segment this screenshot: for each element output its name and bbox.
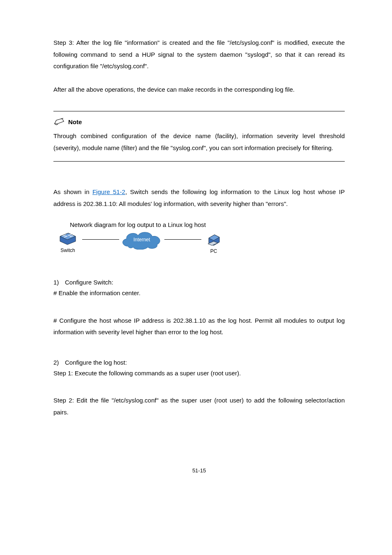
list-text: Configure Switch: — [65, 279, 113, 286]
pc-label: PC — [210, 248, 217, 254]
figure-link[interactable]: Figure 51-2 — [92, 188, 125, 195]
step-1: 1)Configure Switch: — [53, 279, 345, 286]
list-text: Configure the log host: — [65, 359, 127, 366]
step-2-sub: Step 1: Execute the following commands a… — [53, 368, 345, 379]
paragraph-network-req: As shown in Figure 51-2, Switch sends th… — [53, 186, 345, 210]
cloud-label: Internet — [134, 236, 150, 242]
paragraph-edit-syslog: Step 2: Edit the file "/etc/syslog.conf"… — [53, 395, 345, 418]
note-icon — [53, 117, 65, 126]
switch-icon — [58, 231, 77, 247]
network-diagram: Switch Internet PC — [53, 231, 345, 254]
figure-caption: Network diagram for log output to a Linu… — [70, 221, 345, 228]
pc-icon — [205, 231, 222, 248]
step-2: 2)Configure the log host: — [53, 359, 345, 366]
note-title: Note — [68, 118, 82, 125]
note-box: Note Through combined configuration of t… — [53, 111, 345, 162]
page-number: 51-15 — [53, 467, 345, 474]
paragraph-after-ops: After all the above operations, the devi… — [53, 84, 345, 96]
list-number: 2) — [53, 359, 65, 366]
switch-label: Switch — [60, 247, 75, 253]
list-number: 1) — [53, 279, 65, 286]
step-1-sub: # Enable the information center. — [53, 287, 345, 299]
connector-line — [164, 239, 201, 240]
paragraph-step3: Step 3: After the log file "information"… — [53, 37, 345, 72]
connector-line — [82, 239, 119, 240]
paragraph-config-host: # Configure the host whose IP address is… — [53, 315, 345, 338]
internet-cloud: Internet — [119, 230, 164, 250]
text-prefix: As shown in — [53, 188, 92, 195]
note-text: Through combined configuration of the de… — [53, 130, 345, 154]
